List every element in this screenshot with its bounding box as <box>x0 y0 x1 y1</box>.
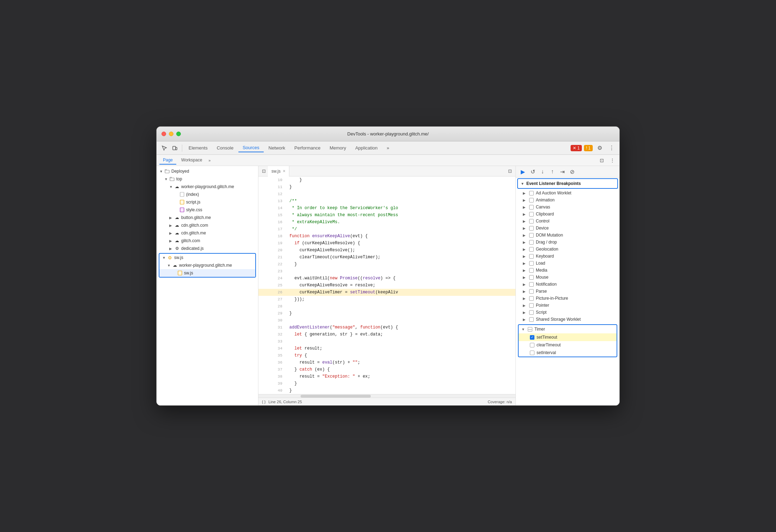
sec-tab-page[interactable]: Page <box>159 156 176 165</box>
tree-sw-js-file[interactable]: sw.js <box>159 269 255 277</box>
bp-pointer-checkbox[interactable] <box>529 303 534 308</box>
tree-deployed[interactable]: ▼ Deployed <box>157 167 258 175</box>
bp-device-checkbox[interactable] <box>529 226 534 231</box>
bp-load[interactable]: ▶ Load <box>516 260 619 267</box>
bp-load-checkbox[interactable] <box>529 261 534 266</box>
bp-geolocation-checkbox[interactable] <box>529 247 534 252</box>
settings-icon[interactable]: ⚙ <box>595 143 605 153</box>
bp-shared-storage-checkbox[interactable] <box>529 317 534 322</box>
device-icon[interactable] <box>170 143 180 153</box>
bp-mouse-checkbox[interactable] <box>529 275 534 280</box>
bp-animation-checkbox[interactable] <box>529 198 534 202</box>
tree-glitch-com[interactable]: ▶ ☁ glitch.com <box>157 237 258 245</box>
error-badge[interactable]: ✕ 1 <box>571 145 582 151</box>
code-line-24: 24 evt.waitUntil(new Promise((resolve) =… <box>258 275 515 282</box>
bp-drag-drop-checkbox[interactable] <box>529 240 534 245</box>
bp-keyboard[interactable]: ▶ Keyboard <box>516 253 619 260</box>
tab-sources[interactable]: Sources <box>238 144 264 152</box>
bp-ad-auction-checkbox[interactable] <box>529 191 534 195</box>
bp-animation[interactable]: ▶ Animation <box>516 197 619 204</box>
event-listener-header[interactable]: ▼ Event Listener Breakpoints <box>517 178 618 189</box>
bp-notification-checkbox[interactable] <box>529 282 534 287</box>
tab-application[interactable]: Application <box>351 144 382 152</box>
folder-icon <box>164 168 170 174</box>
bp-dom-mutation[interactable]: ▶ DOM Mutation <box>516 232 619 239</box>
resume-btn[interactable]: ▶ <box>519 167 527 176</box>
bp-canvas[interactable]: ▶ Canvas <box>516 204 619 211</box>
bp-clipboard-checkbox[interactable] <box>529 212 534 217</box>
inspect-icon[interactable] <box>159 143 169 153</box>
bp-script-checkbox[interactable] <box>529 310 534 315</box>
cleartimeout-checkbox[interactable] <box>530 343 534 347</box>
bp-pip-checkbox[interactable] <box>529 296 534 301</box>
tree-worker-2[interactable]: ▼ ☁ worker-playground.glitch.me <box>159 261 255 269</box>
bp-notification[interactable]: ▶ Notification <box>516 281 619 288</box>
bp-ad-auction[interactable]: ▶ Ad Auction Worklet <box>516 189 619 197</box>
format-icon[interactable]: { } <box>262 400 265 404</box>
bp-keyboard-checkbox[interactable] <box>529 254 534 259</box>
step-into-btn[interactable]: ↓ <box>538 167 547 176</box>
bp-drag-drop[interactable]: ▶ Drag / drop <box>516 239 619 246</box>
bp-parse-checkbox[interactable] <box>529 289 534 294</box>
code-area[interactable]: 10 } 11 } 12 <box>258 177 515 394</box>
tab-memory[interactable]: Memory <box>325 144 350 152</box>
step-btn[interactable]: ⇥ <box>558 167 566 176</box>
minimize-button[interactable] <box>169 132 173 136</box>
timer-item-setinterval[interactable]: setInterval <box>519 349 617 357</box>
editor-expand-icon[interactable]: ⊡ <box>506 168 514 174</box>
tree-script-js[interactable]: script.js <box>157 198 258 206</box>
bp-pip[interactable]: ▶ Picture-in-Picture <box>516 295 619 302</box>
timer-item-settimeout[interactable]: setTimeout <box>519 333 617 341</box>
tree-worker-playground[interactable]: ▼ ☁ worker-playground.glitch.me <box>157 183 258 191</box>
tree-dedicated-js[interactable]: ▶ ⚙ dedicated.js <box>157 245 258 252</box>
step-out-btn[interactable]: ↑ <box>548 167 557 176</box>
timer-item-cleartimeout[interactable]: clearTimeout <box>519 341 617 349</box>
bp-mouse[interactable]: ▶ Mouse <box>516 274 619 281</box>
tab-more[interactable]: » <box>382 144 393 152</box>
tab-close-icon[interactable]: ✕ <box>283 169 285 173</box>
tree-sw-js-top[interactable]: ▼ ⚙ sw.js <box>159 254 255 261</box>
tree-cdn-glitch-me[interactable]: ▶ ☁ cdn.glitch.me <box>157 229 258 237</box>
setinterval-checkbox[interactable] <box>530 351 534 355</box>
bp-dom-mutation-checkbox[interactable] <box>529 233 534 238</box>
tree-style-css[interactable]: style.css <box>157 206 258 214</box>
editor-nav-back-icon[interactable]: ⊡ <box>260 168 268 174</box>
sources-nav-icon[interactable]: ⊡ <box>598 156 606 165</box>
deactivate-btn[interactable]: ⊘ <box>568 167 576 176</box>
bp-canvas-checkbox[interactable] <box>529 205 534 210</box>
bp-media[interactable]: ▶ Media <box>516 267 619 274</box>
arrow-sw-top: ▼ <box>162 256 167 260</box>
tab-console[interactable]: Console <box>212 144 238 152</box>
bp-geolocation[interactable]: ▶ Geolocation <box>516 246 619 253</box>
tab-elements[interactable]: Elements <box>184 144 212 152</box>
more-options-icon[interactable]: ⋮ <box>607 143 617 153</box>
editor-tab-sw[interactable]: sw.js ✕ <box>268 166 289 177</box>
bp-shared-storage[interactable]: ▶ Shared Storage Worklet <box>516 316 619 323</box>
tree-top[interactable]: ▼ top <box>157 175 258 183</box>
tree-button-glitch[interactable]: ▶ ☁ button.glitch.me <box>157 214 258 221</box>
tree-index[interactable]: (index) <box>157 191 258 198</box>
bp-script[interactable]: ▶ Script <box>516 309 619 316</box>
bp-control[interactable]: ▶ Control <box>516 218 619 225</box>
timer-parent-checkbox[interactable]: — <box>528 327 532 332</box>
tab-performance[interactable]: Performance <box>290 144 324 152</box>
tree-cdn-glitch-com[interactable]: ▶ ☁ cdn.glitch.com <box>157 221 258 229</box>
bp-parse[interactable]: ▶ Parse <box>516 288 619 295</box>
arrow-top: ▼ <box>164 177 169 181</box>
bp-media-checkbox[interactable] <box>529 268 534 273</box>
three-dots-icon[interactable]: ⋮ <box>608 156 617 165</box>
timer-header[interactable]: ▼ — Timer <box>519 325 617 333</box>
bp-control-checkbox[interactable] <box>529 219 534 224</box>
warn-badge[interactable]: ! 1 <box>584 145 593 151</box>
horizontal-scrollbar[interactable] <box>258 394 515 398</box>
step-over-btn[interactable]: ↺ <box>528 167 537 176</box>
tab-network[interactable]: Network <box>264 144 290 152</box>
sec-tab-workspace[interactable]: Workspace <box>178 156 206 165</box>
bp-clipboard[interactable]: ▶ Clipboard <box>516 211 619 218</box>
close-button[interactable] <box>162 132 166 136</box>
settimeout-checkbox[interactable] <box>530 335 534 340</box>
bp-device[interactable]: ▶ Device <box>516 225 619 232</box>
sec-tab-more[interactable]: » <box>207 157 212 164</box>
maximize-button[interactable] <box>176 132 181 136</box>
bp-pointer[interactable]: ▶ Pointer <box>516 302 619 309</box>
